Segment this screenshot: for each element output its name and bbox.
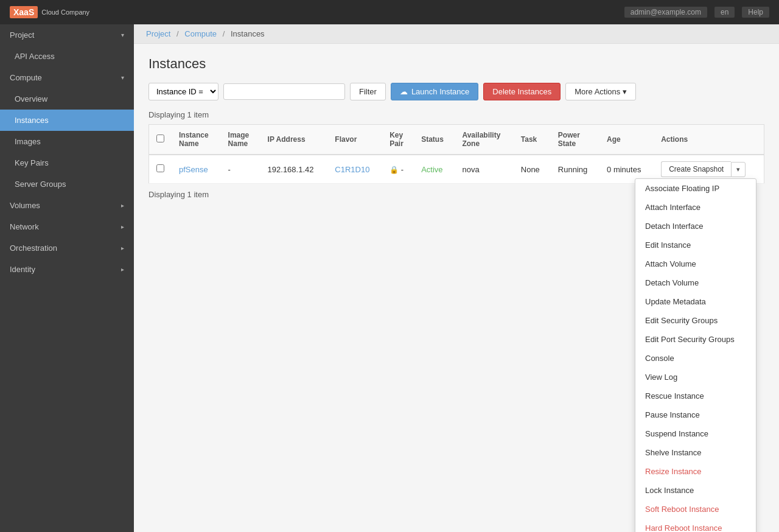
instances-table: InstanceName ImageName IP Address Flavor… — [148, 124, 764, 184]
col-age: Age — [599, 125, 654, 155]
sidebar-item-network-label: Network — [10, 222, 39, 231]
row-status: Active — [414, 155, 455, 184]
breadcrumb: Project / Compute / Instances — [134, 24, 779, 44]
sidebar-item-server-groups[interactable]: Server Groups — [0, 173, 134, 195]
action-btn-group: Create Snapshot ▾ Associate Floating IP … — [661, 161, 756, 177]
table-row: pfSense - 192.168.1.42 C1R1D10 🔒 - Activ… — [149, 155, 764, 184]
col-image-name: ImageName — [221, 125, 260, 155]
logo-box: XaaS — [10, 6, 38, 18]
col-power-state: PowerState — [551, 125, 599, 155]
row-checkbox[interactable] — [156, 164, 164, 172]
select-all-checkbox[interactable] — [156, 135, 164, 142]
sidebar-item-images-label: Images — [15, 137, 41, 146]
sidebar-item-network[interactable]: Network ▸ — [0, 216, 134, 237]
action-dropdown-menu: Associate Floating IP Attach Interface D… — [635, 178, 756, 532]
row-checkbox-cell — [149, 155, 172, 184]
menu-item-view-log[interactable]: View Log — [635, 368, 756, 387]
menu-item-attach-volume[interactable]: Attach Volume — [635, 254, 756, 273]
flavor-link[interactable]: C1R1D10 — [335, 165, 369, 174]
launch-instance-label: Launch Instance — [411, 87, 469, 96]
row-ip-address: 192.168.1.42 — [260, 155, 328, 184]
cloud-icon: ☁ — [400, 87, 408, 96]
menu-item-soft-reboot-instance[interactable]: Soft Reboot Instance — [635, 500, 756, 519]
create-snapshot-button[interactable]: Create Snapshot — [661, 161, 731, 177]
menu-item-attach-interface[interactable]: Attach Interface — [635, 198, 756, 217]
sidebar-item-volumes[interactable]: Volumes ▸ — [0, 195, 134, 216]
instance-name-link[interactable]: pfSense — [179, 165, 208, 174]
sidebar-item-identity-label: Identity — [10, 265, 35, 274]
logo: XaaS Cloud Company — [10, 6, 89, 18]
sidebar-item-project-label: Project — [10, 30, 34, 40]
sidebar-item-api-access[interactable]: API Access — [0, 46, 134, 67]
col-key-pair: KeyPair — [382, 125, 414, 155]
sidebar-item-compute[interactable]: Compute ▾ — [0, 67, 134, 88]
sidebar-item-key-pairs-label: Key Pairs — [15, 158, 49, 167]
col-ip-address: IP Address — [260, 125, 328, 155]
menu-item-edit-instance[interactable]: Edit Instance — [635, 236, 756, 254]
menu-item-console[interactable]: Console — [635, 349, 756, 368]
chevron-down-icon: ▾ — [121, 32, 124, 38]
chevron-down-icon: ▾ — [623, 87, 627, 96]
chevron-right-icon: ▸ — [121, 202, 124, 209]
menu-item-detach-interface[interactable]: Detach Interface — [635, 217, 756, 236]
sidebar-item-identity[interactable]: Identity ▸ — [0, 259, 134, 280]
menu-item-rescue-instance[interactable]: Rescue Instance — [635, 387, 756, 405]
table-body: pfSense - 192.168.1.42 C1R1D10 🔒 - Activ… — [149, 155, 764, 184]
row-availability-zone: nova — [455, 155, 513, 184]
sidebar-item-instances-label: Instances — [15, 116, 49, 125]
layout: Project ▾ API Access Compute ▾ Overview … — [0, 24, 779, 532]
menu-item-edit-port-security-groups[interactable]: Edit Port Security Groups — [635, 330, 756, 349]
delete-instances-button[interactable]: Delete Instances — [483, 83, 561, 100]
topbar-user[interactable]: admin@example.com — [624, 7, 707, 18]
select-all-col — [149, 125, 172, 155]
top-bar-right: admin@example.com en Help — [624, 7, 769, 18]
filter-button[interactable]: Filter — [350, 83, 386, 100]
menu-item-suspend-instance[interactable]: Suspend Instance — [635, 424, 756, 443]
sidebar-item-server-groups-label: Server Groups — [15, 180, 66, 189]
sidebar-item-compute-label: Compute — [10, 73, 42, 82]
row-instance-name: pfSense — [172, 155, 221, 184]
row-actions: Create Snapshot ▾ Associate Floating IP … — [654, 155, 764, 184]
page-title: Instances — [148, 56, 764, 72]
sidebar-item-overview[interactable]: Overview — [0, 88, 134, 110]
breadcrumb-compute[interactable]: Compute — [184, 29, 217, 38]
menu-item-associate-floating-ip[interactable]: Associate Floating IP — [635, 179, 756, 198]
more-actions-button[interactable]: More Actions ▾ — [565, 83, 636, 100]
menu-item-pause-instance[interactable]: Pause Instance — [635, 405, 756, 424]
menu-item-hard-reboot-instance[interactable]: Hard Reboot Instance — [635, 519, 756, 532]
main-content: Project / Compute / Instances Instances … — [134, 24, 779, 532]
menu-item-resize-instance[interactable]: Resize Instance — [635, 462, 756, 481]
breadcrumb-project[interactable]: Project — [146, 29, 170, 38]
topbar-help[interactable]: Help — [742, 7, 769, 18]
sidebar-item-overview-label: Overview — [15, 94, 47, 103]
toolbar: Instance ID = Filter ☁ Launch Instance D… — [148, 83, 764, 100]
menu-item-detach-volume[interactable]: Detach Volume — [635, 273, 756, 292]
sidebar-item-images[interactable]: Images — [0, 131, 134, 152]
action-dropdown-toggle[interactable]: ▾ — [731, 162, 746, 177]
lock-icon: 🔒 — [390, 166, 399, 174]
menu-item-shelve-instance[interactable]: Shelve Instance — [635, 443, 756, 462]
table-header: InstanceName ImageName IP Address Flavor… — [149, 125, 764, 155]
breadcrumb-instances: Instances — [231, 29, 265, 38]
topbar-lang[interactable]: en — [714, 7, 735, 18]
row-image-name: - — [221, 155, 260, 184]
filter-select[interactable]: Instance ID = — [149, 83, 218, 100]
more-actions-label: More Actions — [575, 87, 620, 96]
menu-item-lock-instance[interactable]: Lock Instance — [635, 481, 756, 500]
sidebar-item-project[interactable]: Project ▾ — [0, 24, 134, 46]
sidebar-item-orchestration-label: Orchestration — [10, 243, 57, 253]
page-content: Instances Instance ID = Filter ☁ Launch … — [134, 44, 779, 216]
chevron-right-icon: ▸ — [121, 245, 124, 251]
menu-item-update-metadata[interactable]: Update Metadata — [635, 292, 756, 311]
sidebar: Project ▾ API Access Compute ▾ Overview … — [0, 24, 134, 532]
filter-dropdown[interactable]: Instance ID = — [148, 83, 218, 100]
menu-item-edit-security-groups[interactable]: Edit Security Groups — [635, 311, 756, 330]
sidebar-item-key-pairs[interactable]: Key Pairs — [0, 152, 134, 173]
col-availability-zone: AvailabilityZone — [455, 125, 513, 155]
sidebar-item-orchestration[interactable]: Orchestration ▸ — [0, 237, 134, 259]
launch-instance-button[interactable]: ☁ Launch Instance — [391, 83, 478, 100]
sidebar-item-instances[interactable]: Instances — [0, 110, 134, 131]
status-badge: Active — [421, 165, 442, 174]
top-bar: XaaS Cloud Company admin@example.com en … — [0, 0, 779, 24]
search-input[interactable] — [223, 83, 345, 100]
